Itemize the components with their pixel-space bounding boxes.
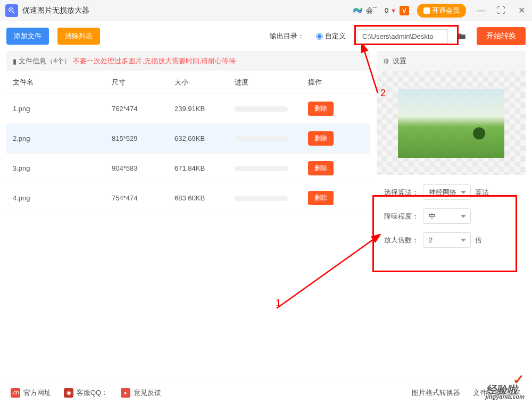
settings-title: 设置	[393, 56, 406, 66]
cell-progress	[235, 136, 308, 141]
cell-dim: 762*474	[112, 105, 174, 113]
settings-header: ⚙ 设置	[377, 51, 526, 71]
format-converter-link[interactable]: 图片格式转换器	[412, 388, 460, 398]
delete-button[interactable]: 删除	[308, 161, 334, 175]
file-count-label: 文件信息（4个）	[19, 56, 71, 66]
official-site-link[interactable]: .cn 官方网址	[11, 388, 51, 398]
cell-name: 3.png	[13, 164, 112, 172]
algo-suffix: 算法	[475, 188, 489, 197]
preview-image	[398, 89, 504, 158]
cell-dim: 815*529	[112, 134, 174, 142]
warning-text: 不要一次处理过多图片,无损放大需要时间,请耐心等待	[73, 56, 236, 66]
cell-size: 683.60KB	[174, 194, 235, 202]
col-header-size: 大小	[174, 78, 235, 87]
col-header-dim: 尺寸	[112, 78, 174, 87]
table-row[interactable]: 1.png 762*474 239.91KB 删除	[6, 94, 370, 124]
table-row[interactable]: 4.png 754*474 683.60KB 删除	[6, 183, 370, 213]
delete-button[interactable]: 删除	[308, 102, 334, 116]
close-button[interactable]: ✕	[516, 5, 527, 16]
file-icon: ▮	[13, 57, 16, 65]
browse-folder-button[interactable]	[455, 30, 468, 43]
scale-label: 放大倍数：	[384, 235, 419, 245]
custom-dir-radio-input[interactable]	[316, 33, 323, 40]
start-convert-button[interactable]: 开始转换	[477, 27, 526, 45]
cell-size: 632.69KB	[174, 134, 235, 142]
delete-button[interactable]: 删除	[308, 131, 334, 146]
algo-label: 选择算法：	[384, 188, 419, 197]
app-title: 优速图片无损放大器	[22, 6, 352, 15]
col-header-op: 操作	[308, 78, 345, 87]
website-icon: .cn	[11, 388, 20, 398]
output-path-input[interactable]	[358, 29, 448, 44]
clear-list-button[interactable]: 清除列表	[57, 28, 100, 45]
file-list-panel: ▮ 文件信息（4个） 不要一次处理过多图片,无损放大需要时间,请耐心等待 文件名…	[6, 51, 370, 370]
cell-progress	[235, 196, 308, 201]
settings-panel: ⚙ 设置 选择算法： 神经网络 算法 降噪程度： 中 放大倍数： 2 倍	[377, 51, 526, 370]
noise-select[interactable]: 中	[423, 208, 471, 224]
custom-dir-radio[interactable]: 自定义	[316, 31, 346, 41]
output-dir-label: 输出目录：	[270, 31, 304, 41]
qq-support-link[interactable]: ◉ 客服QQ：	[64, 388, 108, 398]
cell-progress	[235, 106, 308, 112]
cell-name: 2.png	[13, 134, 112, 142]
noise-label: 降噪程度：	[384, 212, 419, 221]
cell-dim: 754*474	[112, 194, 174, 202]
minimize-button[interactable]: —	[476, 5, 486, 16]
file-info-bar: ▮ 文件信息（4个） 不要一次处理过多图片,无损放大需要时间,请耐心等待	[6, 51, 370, 71]
col-header-name: 文件名	[13, 78, 112, 87]
cell-size: 671.84KB	[174, 164, 235, 172]
counter-number: 0	[385, 6, 388, 14]
title-bar: 优速图片无损放大器 会¯ 0 ▼ V 开通会员 — ⛶ ✕	[0, 0, 532, 21]
cell-name: 1.png	[13, 105, 112, 113]
cell-size: 239.91KB	[174, 105, 235, 113]
toolbar: 添加文件 清除列表 输出目录： 自定义 开始转换	[0, 21, 532, 51]
open-vip-button[interactable]: 开通会员	[417, 4, 466, 18]
app-icon	[5, 4, 18, 17]
feedback-link[interactable]: ▸ 意见反馈	[121, 388, 161, 398]
scale-suffix: 倍	[475, 235, 482, 245]
feedback-icon: ▸	[121, 388, 130, 398]
settings-form: 选择算法： 神经网络 算法 降噪程度： 中 放大倍数： 2 倍	[377, 175, 526, 266]
vip-badge-icon: V	[400, 6, 409, 15]
qq-icon: ◉	[64, 388, 73, 398]
account-label[interactable]: 会¯	[366, 6, 377, 15]
maximize-button[interactable]: ⛶	[496, 5, 506, 16]
chevron-down-icon[interactable]: ▼	[390, 7, 396, 14]
col-header-progress: 进度	[235, 78, 308, 87]
cell-name: 4.png	[13, 194, 112, 202]
algo-select[interactable]: 神经网络	[423, 184, 471, 200]
svg-line-1	[13, 12, 14, 13]
annotation-number-2: 2	[380, 88, 386, 99]
annotation-number-1: 1	[276, 298, 281, 309]
table-body: 1.png 762*474 239.91KB 删除 2.png 815*529 …	[6, 94, 370, 370]
cell-dim: 904*583	[112, 164, 174, 172]
table-row[interactable]: 2.png 815*529 632.69KB 删除	[6, 124, 370, 154]
brand-logo-icon	[352, 5, 363, 16]
table-row[interactable]: 3.png 904*583 671.84KB 删除	[6, 154, 370, 183]
scale-select[interactable]: 2	[423, 232, 471, 248]
watermark: 经验啦 jingyanla.com	[486, 385, 525, 400]
cell-progress	[235, 166, 308, 171]
gear-icon: ⚙	[383, 57, 389, 65]
table-header: 文件名 尺寸 大小 进度 操作	[6, 71, 370, 94]
preview-area	[377, 71, 526, 175]
delete-button[interactable]: 删除	[308, 191, 334, 205]
add-file-button[interactable]: 添加文件	[6, 28, 49, 45]
footer: .cn 官方网址 ◉ 客服QQ： ▸ 意见反馈 图片格式转换器 文件批量重命名	[0, 381, 532, 404]
